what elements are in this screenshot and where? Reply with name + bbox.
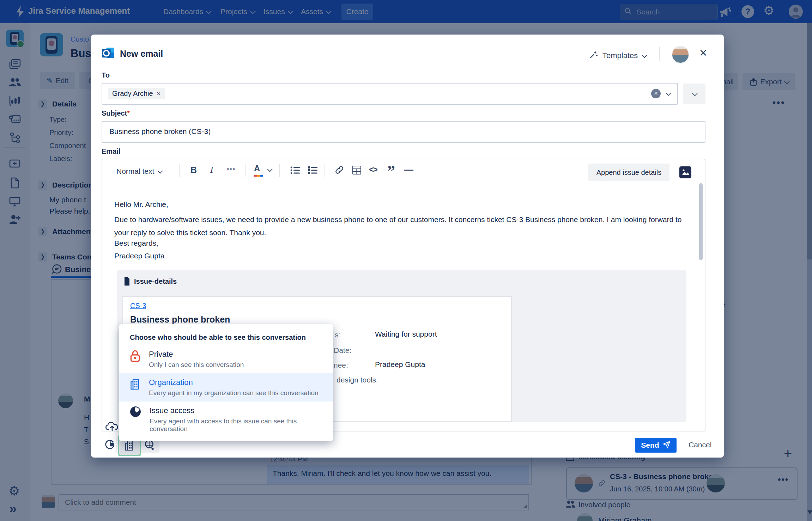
menu-item-description: Every agent in my organization can see t… (149, 389, 319, 397)
text-color-button[interactable]: A (254, 164, 260, 173)
toolbar-separator (245, 164, 246, 177)
menu-item-organization[interactable]: Organization Every agent in my organizat… (119, 373, 333, 402)
email-body-signature[interactable]: Pradeep Gupta (114, 252, 164, 260)
bold-button[interactable]: B (190, 165, 197, 175)
issue-access-visibility-icon[interactable] (144, 439, 155, 452)
divider-button[interactable]: — (404, 164, 413, 175)
description-fragment: design tools. (337, 376, 378, 384)
clear-all-icon[interactable]: ✕ (651, 89, 661, 98)
menu-item-title: Private (149, 350, 244, 359)
menu-item-description: Only I can see this conversation (149, 361, 244, 369)
toolbar-separator (325, 164, 325, 177)
email-body-paragraph[interactable]: Due to hardware/software issues, we need… (114, 213, 686, 239)
menu-item-title: Organization (149, 378, 319, 387)
to-field[interactable]: Grady Archie ✕ ✕ (102, 83, 678, 105)
recipient-chip[interactable]: Grady Archie ✕ (108, 88, 165, 99)
numbered-list-button[interactable] (308, 166, 318, 176)
bullet-list-button[interactable] (290, 166, 301, 176)
menu-item-description: Every agent with access to this issue ca… (150, 417, 322, 433)
email-body-closing[interactable]: Best regards, (114, 239, 158, 247)
menu-item-title: Issue access (150, 406, 322, 415)
subject-label: Subject* (102, 109, 130, 117)
cloud-upload-icon (105, 420, 119, 434)
templates-dropdown[interactable]: Templates (589, 50, 646, 61)
conversation-visibility-menu: Choose who should be able to see this co… (119, 324, 333, 441)
header-divider (659, 47, 660, 61)
chip-remove-icon[interactable]: ✕ (157, 91, 161, 97)
menu-item-private[interactable]: Private Only I can see this conversation (119, 345, 333, 373)
issue-summary: Business phone broken (130, 314, 230, 325)
block-style-select[interactable]: Normal text (116, 167, 162, 176)
magic-wand-icon (589, 50, 598, 61)
paper-plane-icon (663, 441, 671, 450)
email-body-greeting[interactable]: Hello Mr. Archie, (114, 200, 168, 209)
chevron-down-icon (692, 91, 698, 96)
outlook-icon (102, 47, 115, 61)
link-button[interactable] (334, 165, 344, 176)
subject-value: Business phone broken (CS-3) (109, 127, 211, 136)
menu-item-issue-access[interactable]: Issue access Every agent with access to … (119, 402, 333, 437)
issue-key-link[interactable]: CS-3 (130, 302, 146, 310)
subject-field[interactable]: Business phone broken (CS-3) (102, 121, 705, 143)
table-button[interactable] (352, 165, 362, 176)
private-visibility-icon[interactable] (104, 439, 115, 452)
assignee-label-fragment: nee: (334, 361, 348, 369)
expand-recipients-button[interactable] (683, 84, 705, 104)
issue-details-title: Issue-details (134, 277, 177, 286)
sender-avatar[interactable] (672, 46, 689, 63)
required-asterisk: * (127, 109, 130, 117)
more-formatting-icon[interactable]: ⋯ (226, 164, 235, 174)
to-label: To (102, 71, 110, 79)
italic-button[interactable]: I (210, 165, 213, 175)
globe-icon (130, 406, 141, 419)
status-label-fragment: s: (335, 331, 340, 339)
lock-icon (130, 350, 140, 364)
append-issue-details-button[interactable]: Append issue details (588, 164, 669, 181)
assignee-value: Pradeep Gupta (375, 360, 425, 369)
email-label: Email (102, 147, 120, 155)
visibility-menu-header: Choose who should be able to see this co… (119, 324, 333, 345)
app-window: Jira Service Management Dashboards Proje… (0, 0, 812, 521)
document-icon (123, 277, 131, 287)
building-icon (130, 378, 140, 392)
toolbar-separator (179, 164, 180, 177)
send-button[interactable]: Send (635, 438, 677, 453)
code-button[interactable]: <> (369, 165, 377, 174)
status-value: Waiting for support (375, 330, 437, 338)
cancel-button[interactable]: Cancel (689, 441, 711, 449)
chevron-down-icon (642, 53, 647, 58)
chevron-down-icon[interactable] (666, 90, 671, 96)
due-date-label-fragment: Date: (334, 346, 351, 355)
chevron-down-icon[interactable] (267, 166, 273, 172)
chevron-down-icon (157, 168, 163, 174)
quote-button[interactable]: ” (387, 162, 395, 180)
editor-scrollbar-thumb[interactable] (699, 183, 703, 260)
toolbar-separator (279, 164, 280, 177)
modal-title: New email (120, 49, 163, 59)
close-icon[interactable]: ✕ (699, 47, 707, 59)
insert-media-button[interactable] (679, 166, 691, 178)
